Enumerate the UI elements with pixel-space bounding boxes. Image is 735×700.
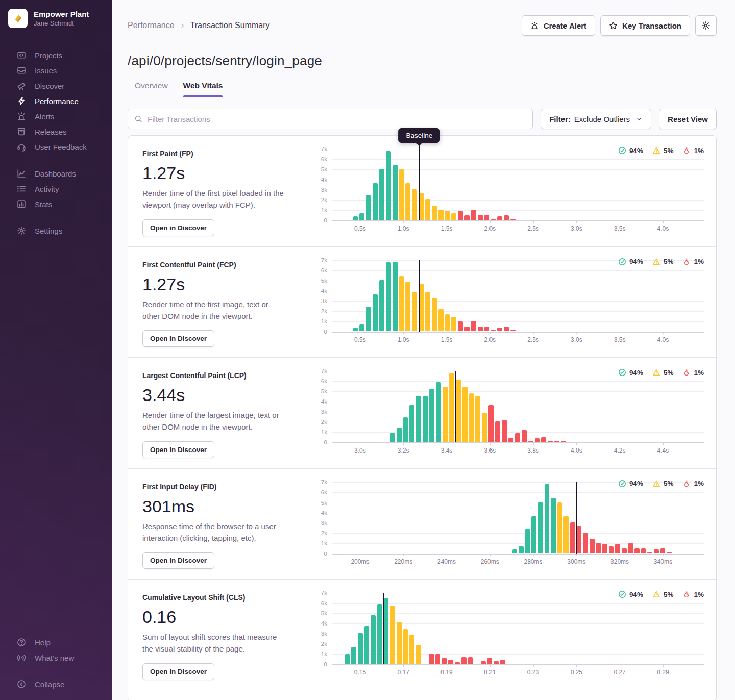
histogram-bar-good[interactable]: [379, 280, 384, 331]
histogram-bar-poor[interactable]: [429, 654, 434, 664]
histogram-bar-poor[interactable]: [468, 657, 473, 664]
histogram-bar-poor[interactable]: [504, 327, 509, 331]
sidebar-item-projects[interactable]: Projects: [0, 47, 112, 63]
histogram-bar-meh[interactable]: [438, 210, 444, 220]
histogram-bar-meh[interactable]: [475, 396, 480, 442]
open-in-discover-button[interactable]: Open in Discover: [142, 441, 214, 458]
histogram-bar-good[interactable]: [384, 598, 389, 664]
histogram-bar-meh[interactable]: [438, 309, 444, 331]
reset-view-button[interactable]: Reset View: [659, 109, 717, 129]
histogram-bar-poor[interactable]: [583, 533, 588, 553]
sidebar-item-what-s-new[interactable]: What’s new: [0, 650, 112, 665]
sidebar-item-issues[interactable]: Issues: [0, 63, 112, 78]
histogram-bar-good[interactable]: [531, 516, 536, 553]
histogram-bar-meh[interactable]: [469, 393, 474, 442]
histogram-bar-good[interactable]: [545, 484, 550, 553]
open-in-discover-button[interactable]: Open in Discover: [142, 330, 214, 347]
histogram-bar-poor[interactable]: [515, 433, 520, 442]
histogram-bar-poor[interactable]: [647, 552, 652, 553]
histogram-bar-meh[interactable]: [399, 169, 404, 220]
histogram-bar-good[interactable]: [377, 604, 382, 664]
histogram-bar-meh[interactable]: [416, 645, 421, 664]
histogram-bar-poor[interactable]: [458, 321, 463, 331]
histogram-bar-good[interactable]: [386, 262, 391, 331]
histogram-bar-poor[interactable]: [641, 548, 646, 553]
histogram-bar-meh[interactable]: [412, 189, 417, 220]
histogram-bar-meh[interactable]: [412, 292, 417, 331]
histogram-bar-good[interactable]: [371, 615, 376, 664]
histogram-bar-good[interactable]: [538, 502, 543, 553]
histogram-bar-good[interactable]: [416, 396, 421, 442]
histogram-bar-meh[interactable]: [456, 380, 461, 442]
histogram-bar-poor[interactable]: [491, 219, 496, 220]
histogram-bar-meh[interactable]: [443, 387, 448, 442]
histogram-bar-good[interactable]: [390, 433, 395, 442]
histogram-bar-good[interactable]: [364, 626, 370, 664]
histogram-bar-good[interactable]: [551, 498, 556, 553]
filter-transactions-input[interactable]: [128, 109, 533, 129]
sidebar-item-performance[interactable]: Performance: [0, 93, 112, 109]
open-in-discover-button[interactable]: Open in Discover: [142, 552, 214, 569]
histogram-bar-poor[interactable]: [464, 215, 470, 220]
histogram-bar-meh[interactable]: [432, 206, 437, 220]
histogram-bar-poor[interactable]: [510, 219, 516, 220]
histogram-bar-poor[interactable]: [510, 330, 516, 331]
histogram-bar-good[interactable]: [345, 654, 350, 664]
histogram-bar-poor[interactable]: [609, 546, 614, 553]
histogram-bar-poor[interactable]: [458, 211, 463, 220]
histogram-bar-poor[interactable]: [654, 549, 659, 553]
histogram-bar-poor[interactable]: [464, 327, 470, 331]
histogram-bar-poor[interactable]: [561, 441, 566, 442]
histogram-bar-poor[interactable]: [596, 543, 601, 553]
histogram-bar-poor[interactable]: [622, 548, 627, 553]
histogram-bar-poor[interactable]: [471, 210, 476, 220]
histogram-bar-good[interactable]: [519, 546, 524, 553]
histogram-bar-poor[interactable]: [497, 216, 502, 220]
histogram-bar-good[interactable]: [409, 405, 414, 442]
histogram-bar-meh[interactable]: [445, 314, 450, 331]
histogram-bar-meh[interactable]: [390, 606, 395, 664]
histogram-bar-good[interactable]: [393, 165, 398, 220]
histogram-bar-poor[interactable]: [471, 321, 476, 331]
sidebar-collapse-button[interactable]: Collapse: [0, 677, 112, 692]
histogram-bar-poor[interactable]: [541, 437, 546, 442]
histogram-bar-poor[interactable]: [602, 544, 607, 553]
filter-dropdown-button[interactable]: Filter: Exclude Outliers: [541, 109, 651, 129]
histogram-bar-poor[interactable]: [660, 548, 666, 553]
histogram-bar-poor[interactable]: [667, 552, 672, 553]
histogram-bar-poor[interactable]: [435, 654, 440, 664]
histogram-bar-poor[interactable]: [500, 660, 505, 664]
histogram-bar-good[interactable]: [353, 328, 358, 331]
histogram-bar-meh[interactable]: [405, 183, 410, 220]
histogram-bar-meh[interactable]: [451, 317, 456, 331]
histogram-bar-good[interactable]: [393, 262, 398, 331]
histogram-bar-poor[interactable]: [504, 215, 509, 220]
histogram-bar-good[interactable]: [525, 529, 530, 553]
histogram-bar-meh[interactable]: [557, 502, 562, 553]
histogram-bar-poor[interactable]: [535, 438, 540, 442]
histogram-bar-poor[interactable]: [577, 526, 582, 553]
histogram-bar-poor[interactable]: [484, 215, 489, 220]
histogram-bar-good[interactable]: [423, 396, 428, 442]
histogram-bar-poor[interactable]: [548, 441, 553, 442]
org-header[interactable]: Empower Plant Jane Schmidt: [0, 0, 112, 35]
transaction-settings-button[interactable]: [695, 15, 717, 36]
histogram-bar-poor[interactable]: [634, 548, 640, 553]
histogram-bar-good[interactable]: [359, 324, 364, 331]
histogram-bar-good[interactable]: [358, 633, 363, 664]
sidebar-item-settings[interactable]: Settings: [0, 223, 112, 238]
histogram-bar-poor[interactable]: [494, 661, 499, 664]
histogram-bar-poor[interactable]: [628, 543, 633, 553]
histogram-bar-meh[interactable]: [564, 516, 569, 553]
histogram-bar-meh[interactable]: [399, 276, 404, 331]
histogram-bar-poor[interactable]: [488, 405, 494, 442]
histogram-bar-good[interactable]: [373, 183, 378, 220]
histogram-bar-poor[interactable]: [590, 539, 595, 553]
tab-web-vitals[interactable]: Web Vitals: [183, 81, 223, 97]
histogram-bar-meh[interactable]: [403, 629, 408, 664]
sidebar-item-activity[interactable]: Activity: [0, 181, 112, 196]
histogram-bar-good[interactable]: [353, 216, 358, 220]
tab-overview[interactable]: Overview: [135, 81, 168, 97]
histogram-bar-poor[interactable]: [478, 327, 483, 331]
histogram-bar-meh[interactable]: [425, 292, 430, 331]
